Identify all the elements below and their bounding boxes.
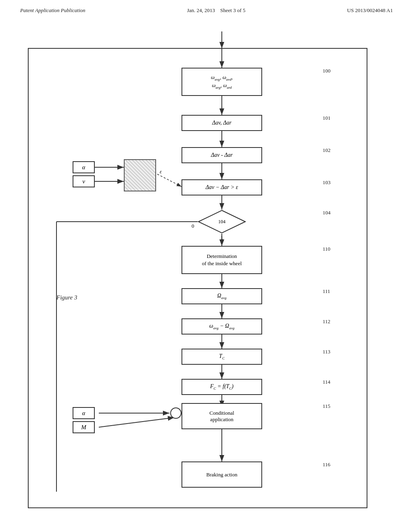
box-100-content: ωavg, ωavd, ωarg, ωard (211, 74, 233, 90)
diamond-104-text: 104 (198, 219, 246, 225)
box-115: Conditionalapplication (181, 403, 262, 429)
box-115-content: Conditionalapplication (209, 410, 234, 423)
step-114-label: 114 (323, 379, 330, 385)
box-100: ωavg, ωavd, ωarg, ωard (181, 68, 262, 96)
page-header: Patent Application Publication Jan. 24, … (0, 0, 413, 14)
figure-label: Figure 3 (56, 294, 77, 301)
diamond-0-label: 0 (192, 223, 194, 229)
input-M-label: M (81, 424, 86, 431)
box-114: FC = f(TC) (181, 379, 262, 395)
header-date: Jan. 24, 2013 (187, 7, 215, 13)
box-110-content: Determinationof the inside wheel (202, 253, 242, 267)
box-114-content: FC = f(TC) (210, 383, 234, 391)
box-116-content: Braking action (206, 472, 238, 478)
step-103-label: 103 (323, 179, 331, 186)
input-alpha2: α (73, 407, 95, 419)
step-113-label: 113 (323, 349, 330, 355)
step-111-label: 111 (323, 288, 330, 295)
step-110-label: 110 (323, 246, 330, 252)
box-101: Δav, Δar (181, 115, 262, 131)
box-112: ωavg − Ωavg (181, 318, 262, 335)
box-110: Determinationof the inside wheel (181, 246, 262, 274)
step-115-label: 115 (323, 403, 330, 409)
diagram-container: 100 101 102 103 104 110 111 112 113 114 … (24, 28, 383, 520)
circle-connector (170, 407, 181, 419)
box-101-content: Δav, Δar (212, 120, 232, 126)
svg-line-24 (99, 418, 174, 427)
box-113-content: TC (219, 353, 225, 360)
input-v-label: v (82, 178, 85, 185)
epsilon-label: ε (160, 168, 162, 175)
arrows-svg (24, 28, 383, 520)
header-sheet: Sheet 3 of 5 (220, 7, 245, 13)
step-100-label: 100 (323, 68, 331, 74)
step-104-label: 104 (323, 210, 331, 216)
header-patent: US 2013/0024048 A1 (347, 7, 393, 14)
box-102-content: Δav - Δar (211, 152, 233, 158)
input-alpha2-label: α (82, 410, 86, 417)
step-102-label: 102 (323, 147, 331, 154)
diamond-1-label: 1 (221, 235, 223, 241)
input-v: v (73, 175, 95, 187)
diamond-104: 104 (198, 210, 246, 234)
header-publication: Patent Application Publication (20, 7, 86, 14)
svg-line-12 (157, 174, 181, 187)
input-M: M (73, 421, 95, 433)
epsilon-block (124, 159, 156, 191)
step-116-label: 116 (323, 461, 330, 468)
box-111: Ωavg (181, 288, 262, 304)
box-103-content: Δav − Δar > ε (206, 184, 238, 191)
box-111-content: Ωavg (217, 293, 226, 300)
input-alpha-label: α (82, 164, 86, 171)
box-103: Δav − Δar > ε (181, 179, 262, 195)
step-101-label: 101 (323, 115, 331, 121)
input-alpha: α (73, 161, 95, 173)
header-date-sheet: Jan. 24, 2013 Sheet 3 of 5 (187, 7, 246, 14)
box-102: Δav - Δar (181, 147, 262, 163)
box-116: Braking action (181, 461, 262, 488)
box-112-content: ωavg − Ωavg (209, 323, 234, 330)
step-112-label: 112 (323, 318, 330, 325)
box-113: TC (181, 349, 262, 365)
page: Patent Application Publication Jan. 24, … (0, 0, 413, 532)
